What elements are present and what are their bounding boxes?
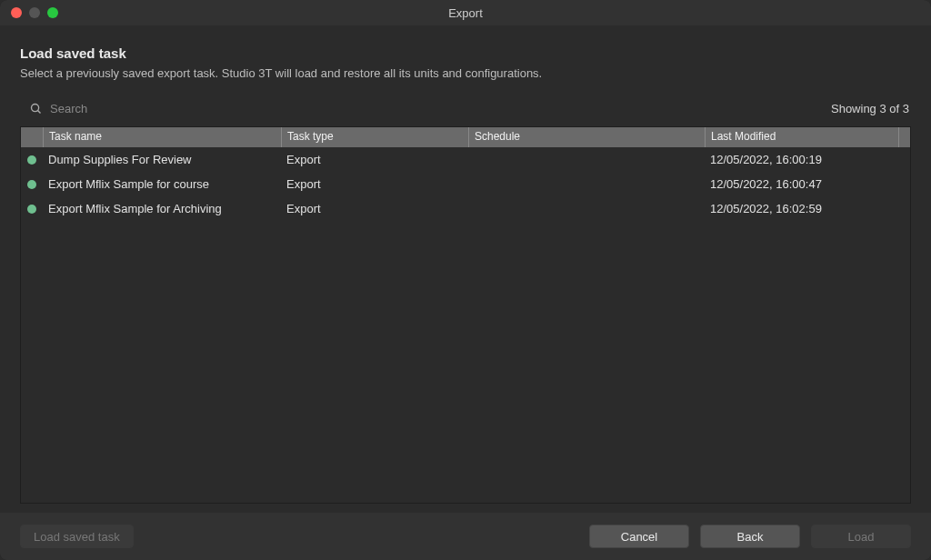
task-type-cell: Export [281, 202, 468, 215]
column-last-modified[interactable]: Last Modified [705, 127, 898, 147]
status-cell [21, 205, 43, 214]
task-table: Task name Task type Schedule Last Modifi… [20, 126, 911, 504]
last-modified-cell: 12/05/2022, 16:02:59 [705, 202, 910, 215]
titlebar: Export [0, 0, 931, 25]
close-icon[interactable] [11, 7, 22, 18]
column-tail [898, 127, 910, 147]
table-row[interactable]: Export Mflix Sample for course Export 12… [21, 172, 910, 196]
status-dot-icon [27, 180, 36, 189]
table-header: Task name Task type Schedule Last Modifi… [21, 127, 910, 147]
maximize-icon[interactable] [47, 7, 58, 18]
load-saved-task-button[interactable]: Load saved task [20, 525, 134, 548]
status-dot-icon [27, 155, 36, 165]
back-button[interactable]: Back [700, 525, 800, 548]
svg-point-0 [32, 105, 39, 112]
results-count: Showing 3 of 3 [831, 102, 911, 115]
table-row[interactable]: Dump Supplies For Review Export 12/05/20… [21, 147, 910, 172]
traffic-lights [0, 7, 58, 18]
task-type-cell: Export [281, 177, 468, 191]
search-row: Showing 3 of 3 [0, 96, 931, 126]
minimize-icon[interactable] [29, 7, 40, 18]
column-task-type[interactable]: Task type [281, 127, 468, 147]
export-window: Export Load saved task Select a previous… [0, 0, 931, 560]
footer: Load saved task Cancel Back Load [0, 513, 931, 560]
status-cell [21, 155, 43, 165]
column-status[interactable] [21, 127, 43, 147]
table-body[interactable]: Dump Supplies For Review Export 12/05/20… [21, 147, 910, 503]
cancel-button[interactable]: Cancel [589, 525, 689, 548]
search-area [29, 102, 831, 115]
search-input[interactable] [50, 102, 323, 115]
table-row[interactable]: Export Mflix Sample for Archiving Export… [21, 196, 910, 221]
search-icon [29, 102, 43, 115]
task-name-cell: Dump Supplies For Review [43, 153, 281, 166]
window-title: Export [0, 6, 931, 20]
task-name-cell: Export Mflix Sample for Archiving [43, 202, 281, 215]
task-name-cell: Export Mflix Sample for course [43, 177, 281, 191]
page-description: Select a previously saved export task. S… [20, 66, 911, 80]
last-modified-cell: 12/05/2022, 16:00:47 [705, 177, 910, 191]
status-cell [21, 180, 43, 189]
page-title: Load saved task [20, 45, 911, 61]
column-task-name[interactable]: Task name [43, 127, 281, 147]
task-type-cell: Export [281, 153, 468, 166]
status-dot-icon [27, 205, 36, 214]
column-schedule[interactable]: Schedule [468, 127, 705, 147]
header: Load saved task Select a previously save… [0, 25, 931, 96]
last-modified-cell: 12/05/2022, 16:00:19 [705, 153, 910, 166]
load-button[interactable]: Load [811, 525, 911, 548]
svg-line-1 [38, 111, 41, 114]
